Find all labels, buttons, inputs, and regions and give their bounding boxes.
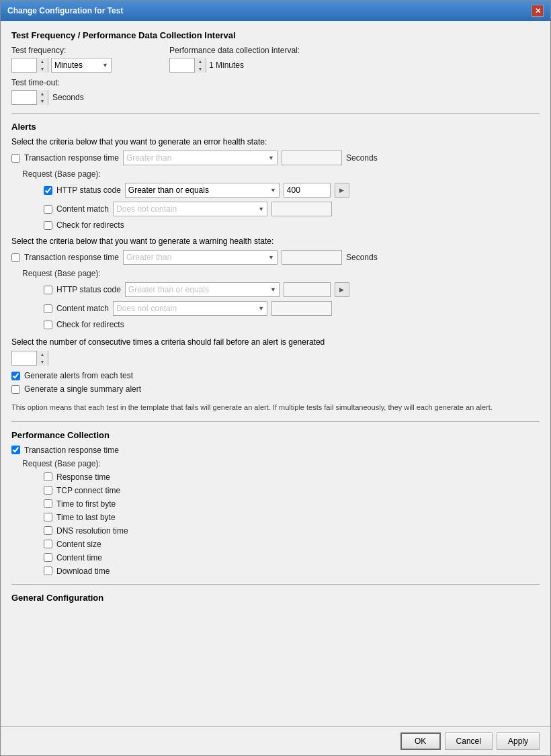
divider-3 [11, 584, 540, 585]
perf-data-down[interactable]: ▼ [195, 65, 206, 73]
perf-response-time-checkbox[interactable] [44, 472, 52, 481]
error-request-section: Request (Base page): HTTP status code Gr… [11, 169, 540, 230]
error-http-operator-dropdown[interactable]: Greater than or equals Greater than Less… [125, 183, 280, 198]
error-content-operator-select[interactable]: Does not contain Contains [114, 202, 191, 216]
perf-data-input[interactable]: 1 [170, 58, 194, 72]
warning-redirect-checkbox[interactable] [44, 321, 52, 329]
test-frequency-up[interactable]: ▲ [37, 58, 48, 65]
dropdown-arrow-icon: ▼ [258, 305, 264, 312]
perf-content-size-checkbox[interactable] [44, 540, 52, 548]
test-frequency-buttons: ▲ ▼ [36, 58, 48, 73]
consecutive-input[interactable]: 1 [12, 351, 36, 365]
perf-dns-row: DNS resolution time [22, 526, 540, 536]
perf-dns-label: DNS resolution time [56, 526, 128, 536]
error-http-checkbox[interactable] [44, 186, 52, 195]
perf-last-byte-checkbox[interactable] [44, 513, 52, 521]
perf-data-spinner[interactable]: 1 ▲ ▼ [169, 58, 206, 73]
error-redirect-checkbox[interactable] [44, 221, 52, 230]
consecutive-label: Select the number of consecutive times a… [11, 337, 540, 347]
generate-summary-checkbox[interactable] [11, 385, 20, 394]
cancel-button[interactable]: Cancel [445, 732, 493, 750]
consecutive-down[interactable]: ▼ [37, 358, 48, 366]
test-frequency-unit-select[interactable]: Minutes Seconds Hours [52, 58, 99, 72]
test-frequency-input[interactable]: 5 [12, 58, 36, 72]
warning-content-operator-select[interactable]: Does not contain Contains [114, 302, 191, 315]
warning-http-checkbox[interactable] [44, 286, 52, 294]
timeout-down[interactable]: ▼ [37, 97, 48, 105]
timeout-up[interactable]: ▲ [37, 90, 48, 97]
timeout-spinner[interactable]: 45 ▲ ▼ [11, 90, 48, 105]
perf-data-up[interactable]: ▲ [195, 58, 206, 65]
warning-transaction-operator-dropdown[interactable]: Greater than Greater than or equals ▼ [123, 250, 278, 265]
test-frequency-down[interactable]: ▼ [37, 65, 48, 73]
perf-first-byte-row: Time to first byte [22, 499, 540, 509]
general-section-title: General Configuration [11, 593, 540, 603]
consecutive-up[interactable]: ▲ [37, 351, 48, 358]
dropdown-arrow-icon: ▼ [270, 187, 276, 194]
warning-content-operator-dropdown[interactable]: Does not contain Contains ▼ [113, 301, 267, 316]
perf-content-time-row: Content time [22, 553, 540, 562]
warning-transaction-label: Transaction response time [24, 253, 119, 262]
warning-http-operator-dropdown[interactable]: Greater than or equals Greater than ▼ [125, 282, 280, 297]
timeout-label: Test time-out: [11, 78, 60, 87]
error-content-checkbox[interactable] [44, 205, 52, 214]
dropdown-arrow-icon: ▼ [270, 286, 276, 293]
perf-download-checkbox[interactable] [44, 566, 52, 575]
divider-2 [11, 421, 540, 422]
perf-tcp-row: TCP connect time [22, 486, 540, 495]
timeout-unit-label: Seconds [52, 93, 84, 102]
error-request-label: Request (Base page): [22, 169, 540, 179]
error-transaction-checkbox[interactable] [11, 154, 20, 163]
error-http-play-button[interactable]: ▶ [335, 183, 349, 198]
error-transaction-row: Transaction response time Greater than G… [11, 151, 540, 165]
perf-transaction-checkbox[interactable] [11, 446, 20, 454]
title-bar: Change Configuration for Test ✕ [1, 1, 550, 21]
error-content-row: Content match Does not contain Contains … [22, 202, 540, 216]
warning-content-checkbox[interactable] [44, 304, 52, 313]
perf-tcp-checkbox[interactable] [44, 486, 52, 495]
close-button[interactable]: ✕ [532, 5, 544, 17]
warning-http-play-button[interactable]: ▶ [335, 282, 349, 297]
warning-transaction-checkbox[interactable] [11, 253, 20, 262]
error-content-value[interactable] [271, 202, 332, 216]
warning-transaction-operator-select[interactable]: Greater than Greater than or equals [124, 251, 221, 264]
test-frequency-unit-dropdown[interactable]: Minutes Seconds Hours ▼ [51, 58, 112, 73]
warning-http-value[interactable] [284, 282, 331, 297]
general-section: General Configuration [11, 593, 540, 603]
error-transaction-operator-select[interactable]: Greater than Greater than or equals Less… [124, 151, 221, 165]
generate-each-checkbox[interactable] [11, 372, 20, 380]
error-redirect-row: Check for redirects [22, 220, 540, 230]
error-transaction-operator-dropdown[interactable]: Greater than Greater than or equals Less… [123, 151, 278, 165]
performance-section-title: Performance Collection [11, 430, 540, 440]
test-frequency-label: Test frequency: [11, 46, 112, 55]
generate-options: Generate alerts from each test Generate … [11, 371, 540, 413]
error-redirect-label: Check for redirects [56, 220, 124, 230]
perf-download-row: Download time [22, 566, 540, 576]
warning-http-operator-select[interactable]: Greater than or equals Greater than [126, 283, 223, 296]
test-frequency-spinner[interactable]: 5 ▲ ▼ [11, 58, 48, 73]
perf-content-size-row: Content size [22, 540, 540, 549]
dropdown-arrow-icon: ▼ [268, 254, 274, 261]
perf-dns-checkbox[interactable] [44, 526, 52, 535]
perf-content-time-checkbox[interactable] [44, 553, 52, 562]
warning-http-row: HTTP status code Greater than or equals … [22, 282, 540, 297]
perf-first-byte-checkbox[interactable] [44, 499, 52, 508]
error-http-operator-select[interactable]: Greater than or equals Greater than Less… [126, 183, 223, 197]
consecutive-spinner[interactable]: 1 ▲ ▼ [11, 351, 48, 366]
generate-each-row: Generate alerts from each test [11, 371, 540, 380]
error-http-value[interactable] [284, 183, 331, 198]
warning-criteria-label: Select the criteria below that you want … [11, 237, 540, 246]
perf-response-time-row: Response time [22, 472, 540, 482]
error-content-operator-dropdown[interactable]: Does not contain Contains ▼ [113, 202, 267, 216]
warning-content-value[interactable] [271, 301, 332, 316]
error-transaction-value[interactable] [282, 151, 342, 165]
ok-button[interactable]: OK [400, 732, 441, 750]
timeout-input[interactable]: 45 [12, 91, 36, 104]
error-http-row: HTTP status code Greater than or equals … [22, 183, 540, 198]
generate-summary-row: Generate a single summary alert [11, 384, 540, 394]
divider-1 [11, 113, 540, 114]
warning-transaction-value[interactable] [282, 250, 342, 265]
error-http-label: HTTP status code [56, 185, 121, 195]
apply-button[interactable]: Apply [497, 732, 540, 750]
error-transaction-label: Transaction response time [24, 153, 119, 163]
